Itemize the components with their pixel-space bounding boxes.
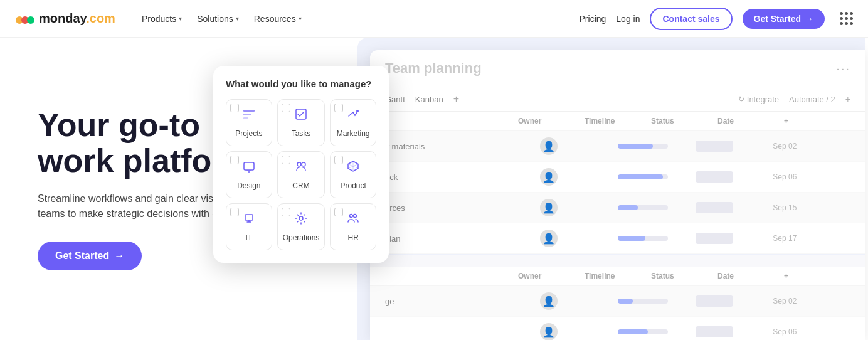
table-row: ge 👤 Sep 02 bbox=[370, 286, 865, 317]
checkbox-product[interactable] bbox=[334, 156, 343, 164]
modal-title: What would you like to manage? bbox=[226, 78, 376, 89]
modal-item-crm[interactable]: CRM bbox=[277, 151, 326, 198]
navbar: monday.com Products ▾ Solutions ▾ Resour… bbox=[0, 0, 868, 38]
modal-item-marketing[interactable]: Marketing bbox=[330, 99, 376, 146]
marketing-icon bbox=[346, 107, 360, 124]
hr-icon bbox=[346, 211, 360, 228]
modal-item-operations[interactable]: Operations bbox=[277, 203, 326, 250]
modal-item-label: HR bbox=[348, 233, 359, 242]
table-row: eck 👤 Sep 06 bbox=[370, 162, 865, 193]
svg-point-16 bbox=[354, 215, 357, 218]
get-started-nav-button[interactable]: Get Started → bbox=[743, 9, 825, 29]
checkbox-projects[interactable] bbox=[230, 104, 239, 112]
svg-point-11 bbox=[297, 162, 301, 166]
add-tab-button[interactable]: + bbox=[453, 93, 459, 105]
chevron-down-icon: ▾ bbox=[179, 15, 182, 22]
more-options-icon[interactable]: ··· bbox=[836, 61, 850, 76]
table-row: urces 👤 Sep 15 bbox=[370, 193, 865, 223]
dot bbox=[850, 17, 853, 20]
projects-icon bbox=[242, 107, 256, 124]
logo[interactable]: monday.com bbox=[15, 9, 115, 29]
modal-item-product[interactable]: Product bbox=[330, 151, 376, 198]
svg-rect-3 bbox=[243, 110, 255, 112]
modal-item-label: IT bbox=[245, 233, 252, 242]
table-row: 👤 Sep 06 bbox=[370, 317, 865, 340]
checkbox-it[interactable] bbox=[230, 208, 239, 216]
modal-item-hr[interactable]: HR bbox=[330, 203, 376, 250]
dashboard-panel: Team planning ··· Gantt Kanban + ↻ Integ… bbox=[370, 50, 865, 340]
table-row: plan 👤 Sep 17 bbox=[370, 223, 865, 254]
chevron-down-icon: ▾ bbox=[236, 15, 239, 22]
dot bbox=[845, 22, 848, 25]
svg-rect-13 bbox=[245, 215, 253, 220]
nav-solutions[interactable]: Solutions ▾ bbox=[191, 10, 245, 28]
modal-item-label: Marketing bbox=[337, 129, 370, 138]
tasks-icon bbox=[294, 107, 308, 124]
dot bbox=[850, 12, 853, 15]
it-icon bbox=[242, 211, 256, 228]
design-icon bbox=[242, 159, 256, 176]
modal-item-label: Tasks bbox=[292, 129, 311, 138]
chevron-down-icon: ▾ bbox=[299, 15, 302, 22]
table-header-2: Owner Timeline Status Date + bbox=[370, 267, 865, 286]
crm-icon bbox=[294, 159, 308, 176]
svg-point-15 bbox=[350, 215, 353, 218]
pricing-link[interactable]: Pricing bbox=[580, 14, 606, 24]
dashboard-header: Team planning ··· bbox=[370, 50, 865, 87]
svg-point-14 bbox=[299, 216, 303, 220]
modal-item-it[interactable]: IT bbox=[226, 203, 272, 250]
modal-item-design[interactable]: Design bbox=[226, 151, 272, 198]
checkbox-design[interactable] bbox=[230, 156, 239, 164]
svg-rect-4 bbox=[243, 114, 251, 115]
dot bbox=[840, 17, 843, 20]
tab-kanban[interactable]: Kanban bbox=[415, 95, 443, 104]
svg-point-2 bbox=[27, 16, 34, 24]
contact-sales-button[interactable]: Contact sales bbox=[650, 8, 732, 30]
get-started-hero-button[interactable]: Get Started → bbox=[38, 242, 142, 270]
svg-rect-8 bbox=[244, 162, 254, 170]
dashboard-title: Team planning bbox=[385, 60, 482, 77]
modal-item-projects[interactable]: Projects bbox=[226, 99, 272, 146]
dashboard-tabs: Gantt Kanban + ↻ Integrate Automate / 2 … bbox=[370, 87, 865, 112]
integrate-button[interactable]: ↻ Integrate bbox=[738, 95, 779, 104]
nav-products[interactable]: Products ▾ bbox=[135, 10, 188, 28]
operations-icon bbox=[294, 211, 308, 228]
section-divider bbox=[370, 254, 865, 267]
modal-grid: Projects Tasks bbox=[226, 99, 376, 250]
checkbox-hr[interactable] bbox=[334, 208, 343, 216]
table-row: ff materials 👤 Sep 02 bbox=[370, 131, 865, 162]
dot bbox=[845, 17, 848, 20]
dot bbox=[840, 12, 843, 15]
modal-item-label: Design bbox=[237, 181, 260, 190]
login-link[interactable]: Log in bbox=[616, 14, 640, 24]
automate-button[interactable]: Automate / 2 bbox=[789, 95, 835, 104]
manage-modal: What would you like to manage? Projects bbox=[213, 66, 389, 263]
modal-item-label: Product bbox=[340, 181, 366, 190]
modal-item-tasks[interactable]: Tasks bbox=[277, 99, 326, 146]
nav-right: Pricing Log in Contact sales Get Started… bbox=[580, 8, 853, 30]
svg-rect-9 bbox=[246, 170, 251, 171]
checkbox-marketing[interactable] bbox=[334, 104, 343, 112]
table-header: Owner Timeline Status Date + bbox=[370, 112, 865, 131]
logo-text: monday.com bbox=[39, 11, 115, 26]
modal-item-label: CRM bbox=[292, 181, 309, 190]
dot bbox=[845, 12, 848, 15]
svg-point-12 bbox=[302, 162, 305, 166]
modal-item-label: Projects bbox=[235, 129, 262, 138]
logo-dot: .com bbox=[86, 11, 115, 25]
add-column-button[interactable]: + bbox=[845, 94, 850, 104]
dot bbox=[850, 22, 853, 25]
checkbox-tasks[interactable] bbox=[282, 104, 290, 112]
product-icon bbox=[346, 159, 360, 176]
nav-links: Products ▾ Solutions ▾ Resources ▾ bbox=[135, 10, 580, 28]
svg-point-7 bbox=[356, 110, 359, 112]
apps-grid-icon[interactable] bbox=[840, 12, 853, 25]
svg-rect-5 bbox=[243, 117, 248, 119]
hero-section: Your go-towork platform Streamline workf… bbox=[0, 38, 868, 340]
nav-resources[interactable]: Resources ▾ bbox=[248, 10, 308, 28]
checkbox-crm[interactable] bbox=[282, 156, 290, 164]
modal-item-label: Operations bbox=[283, 233, 320, 242]
dot bbox=[840, 22, 843, 25]
checkbox-operations[interactable] bbox=[282, 208, 290, 216]
